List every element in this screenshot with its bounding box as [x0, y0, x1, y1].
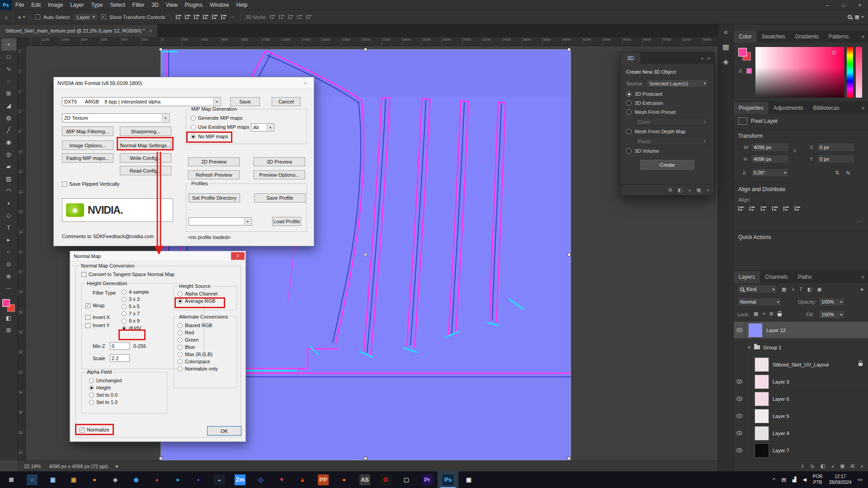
taskbar-icon[interactable]: ●	[334, 471, 354, 488]
alternate-conversion-radio[interactable]: Biased RGB	[178, 323, 218, 328]
taskbar-icon[interactable]: ◕	[146, 471, 167, 488]
auto-select-checkbox[interactable]	[35, 14, 40, 19]
panel-menu-icon[interactable]: ≡	[862, 31, 868, 42]
transform-handle[interactable]	[364, 48, 367, 51]
screen-mode-icon[interactable]: ⊞	[1, 324, 16, 336]
taskbar-icon[interactable]: ▢	[396, 471, 417, 488]
tool-button[interactable]: T	[1, 221, 16, 234]
tool-button[interactable]: ⊙	[1, 258, 16, 270]
menu-plugins[interactable]: Plugins	[181, 0, 206, 10]
layer-name[interactable]: Stilized_Skirt_UV_Layout	[773, 362, 829, 367]
tool-button[interactable]: ○	[1, 246, 16, 258]
edit-toolbar-icon[interactable]: ⋯	[1, 282, 16, 295]
transform-handle[interactable]	[567, 253, 571, 256]
taskbar-icon[interactable]: ◉	[126, 471, 146, 488]
3d-option-radio[interactable]: 3D Postcard	[621, 89, 714, 99]
layer-name[interactable]: Layer 7	[773, 448, 789, 453]
language-indicator[interactable]: POR PTB	[813, 474, 823, 485]
wrap-checkbox[interactable]: ✓ Wrap	[85, 303, 104, 308]
taskbar-icon[interactable]: ▣	[458, 471, 479, 488]
flip-horizontal-icon[interactable]: ⇆	[846, 170, 850, 176]
link-dimensions-icon[interactable]: ∞	[793, 149, 798, 153]
group-expand-icon[interactable]: ▾	[748, 345, 750, 350]
layer-thumbnail[interactable]	[755, 409, 769, 423]
layer-row[interactable]: ▾ Layer 3	[734, 373, 868, 390]
scale-input[interactable]: 2.2	[110, 354, 130, 362]
tool-button[interactable]: ▰	[1, 160, 16, 173]
tab-channels[interactable]: Channels	[760, 271, 793, 283]
alternate-conversion-radio[interactable]: Normalize only	[178, 366, 218, 371]
tool-button[interactable]: +	[1, 38, 16, 51]
new-layer-icon[interactable]: ⊞	[850, 463, 854, 469]
filter-shape-layers-icon[interactable]: ◧	[807, 286, 812, 292]
rotation-angle-field[interactable]: 0,00°▾	[751, 168, 789, 177]
new-group-icon[interactable]: ▣	[840, 463, 844, 469]
generate-mip-maps-radio[interactable]: Generate MIP maps	[191, 115, 242, 121]
format-dropdown[interactable]: DXT5 ARGB 8 bpp | interpolated alpha ▾	[62, 97, 221, 106]
more-align-options-icon[interactable]: ⋯	[857, 219, 862, 225]
taskbar-icon[interactable]: Zm	[230, 471, 250, 488]
filter-smart-objects-icon[interactable]: ▣	[817, 286, 821, 292]
layer-thumbnail[interactable]	[755, 357, 769, 372]
flip-vertical-icon[interactable]: ⇅	[835, 170, 839, 176]
layer-thumbnail[interactable]	[755, 375, 769, 389]
3d-drag-icon[interactable]	[288, 14, 294, 19]
dock-3d-icon[interactable]: ◈	[723, 57, 728, 66]
y-position-field[interactable]: 0 px	[817, 155, 855, 164]
min-z-input[interactable]: 0	[110, 342, 130, 350]
layer-name[interactable]: Layer 4	[773, 431, 789, 436]
alternate-conversion-radio[interactable]: Colorspace	[178, 359, 218, 364]
save-profile-button[interactable]: Save Profile	[254, 193, 306, 202]
add-mask-icon[interactable]: ◧	[821, 463, 825, 469]
workspace-switcher[interactable]: ▦▾	[855, 14, 863, 20]
visibility-cell[interactable]	[734, 390, 745, 407]
adjustment-layer-icon[interactable]: ◑	[831, 464, 834, 469]
menu-filter[interactable]: Filter	[129, 0, 148, 10]
layer-name[interactable]: Layer 5	[773, 413, 789, 419]
gamut-color-chip[interactable]	[746, 68, 752, 74]
panel-menu-icon[interactable]: ≡	[708, 56, 710, 61]
filter-type-radio[interactable]: 9 x 9	[122, 318, 149, 324]
align-top-edges-icon[interactable]	[772, 206, 778, 211]
tray-icon-1[interactable]: ▤	[782, 477, 786, 483]
3d-roll-icon[interactable]	[279, 14, 285, 19]
3d-option-radio[interactable]: 3D Extrusion	[621, 99, 714, 108]
filter-type-radio[interactable]: 5 x 5	[122, 304, 149, 309]
create-3d-button[interactable]: Create	[640, 160, 694, 170]
visibility-cell[interactable]	[734, 322, 745, 338]
tool-button[interactable]: ◎	[1, 148, 16, 160]
lock-all-icon[interactable]	[778, 313, 782, 316]
hue-slider[interactable]	[847, 47, 853, 98]
tab-gradients[interactable]: Gradients	[790, 31, 824, 42]
fading-mip-maps-button[interactable]: Fading MIP maps...	[62, 153, 113, 163]
layer-row[interactable]: ▾ Stilized_Skirt_UV_Layout	[734, 356, 868, 373]
foreground-color-swatch[interactable]	[738, 48, 747, 56]
3d-option-sub-dropdown[interactable]: Plane▾	[635, 137, 708, 145]
eye-icon[interactable]	[736, 328, 742, 332]
alpha-field-radio[interactable]: Height	[89, 385, 122, 390]
load-profile-button[interactable]: Load Profile	[272, 217, 301, 226]
3d-option-radio[interactable]: Mesh From Preset	[621, 108, 714, 117]
taskbar-icon[interactable]: ◆	[105, 471, 126, 488]
layer-effects-icon[interactable]: fx	[811, 464, 815, 469]
taskbar-icon[interactable]: ◒	[209, 471, 230, 488]
preview-options-button[interactable]: Preview Options...	[254, 170, 305, 179]
set-profile-directory-button[interactable]: Set Profile Directory	[189, 193, 240, 202]
menu-edit[interactable]: Edit	[28, 0, 44, 10]
tab-layers[interactable]: Layers	[734, 271, 760, 283]
quick-mask-icon[interactable]: ◧	[1, 312, 16, 324]
tab-swatches[interactable]: Swatches	[757, 31, 790, 42]
visibility-cell[interactable]	[734, 425, 745, 441]
close-icon[interactable]: ×	[231, 252, 245, 260]
cancel-button[interactable]: Cancel	[272, 97, 301, 106]
tab-color[interactable]: Color	[734, 31, 757, 42]
align-bottom-icon[interactable]	[221, 14, 227, 19]
lock-position-icon[interactable]: ⊞	[769, 311, 774, 317]
taskbar-icon[interactable]: Ps	[438, 471, 458, 488]
collapse-panels-icon[interactable]: «	[724, 28, 728, 36]
sharpening-button[interactable]: Sharpening...	[120, 127, 171, 136]
tray-icon-3[interactable]: ◀	[802, 477, 806, 483]
align-middle-icon[interactable]	[212, 14, 218, 19]
profile-dropdown[interactable]: ▾	[189, 217, 252, 225]
invert-x-checkbox[interactable]: ✓ Invert X	[85, 314, 110, 320]
